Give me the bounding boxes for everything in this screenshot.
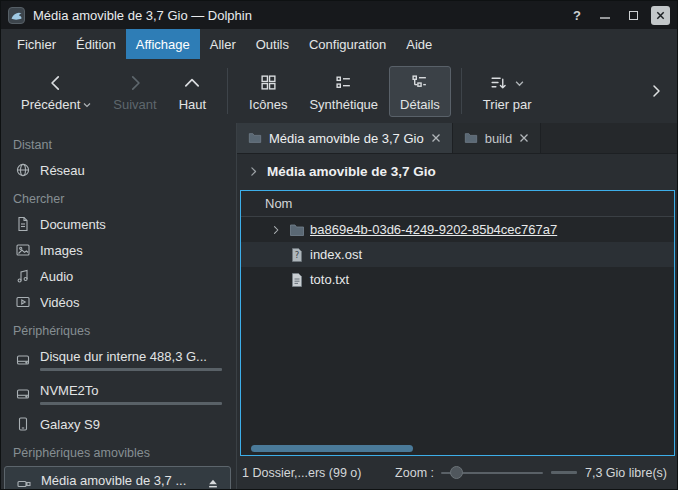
breadcrumb-current[interactable]: Média amovible de 3,7 Gio <box>267 164 436 179</box>
maximize-icon <box>629 11 638 20</box>
places-panel: Distant Réseau Chercher Documents Images <box>1 123 237 489</box>
scrollbar-thumb[interactable] <box>251 445 413 452</box>
smartphone-icon <box>15 416 31 432</box>
harddisk-icon <box>15 386 31 402</box>
close-icon <box>431 133 441 143</box>
sort-icon <box>490 74 507 91</box>
chevron-left-icon <box>47 73 65 93</box>
place-reseau[interactable]: Réseau <box>1 157 236 183</box>
help-button[interactable]: ? <box>567 5 587 25</box>
main-toolbar: Précédent Suivant Haut Icônes <box>1 59 677 123</box>
toolbar-separator <box>227 68 228 114</box>
file-name: toto.txt <box>310 272 349 287</box>
menubar: Fichier Édition Affichage Aller Outils C… <box>1 29 677 59</box>
place-images[interactable]: Images <box>1 237 236 263</box>
window-title: Média amovible de 3,7 Gio — Dolphin <box>33 8 252 23</box>
main-area: Média amovible de 3,7 Gio build <box>237 123 677 489</box>
images-icon <box>15 242 31 258</box>
chevron-right-icon <box>648 83 664 99</box>
tab-media-amovible[interactable]: Média amovible de 3,7 Gio <box>237 123 453 153</box>
column-header-nom[interactable]: Nom <box>241 191 674 217</box>
toolbar-overflow-button[interactable] <box>644 79 668 103</box>
folder-icon <box>464 131 478 145</box>
file-name: ba869e4b-03d6-4249-9202-85b4cec767a7 <box>310 222 557 237</box>
menu-affichage[interactable]: Affichage <box>126 29 200 59</box>
folder-icon <box>248 131 262 145</box>
section-header-peripheriques-amovibles: Périphériques amovibles <box>1 437 236 465</box>
tab-label: build <box>485 131 512 146</box>
horizontal-scrollbar[interactable] <box>246 445 669 452</box>
eject-icon <box>206 477 220 489</box>
place-label: NVME2To <box>40 382 228 399</box>
close-button[interactable] <box>651 6 670 25</box>
menu-aide[interactable]: Aide <box>396 29 442 59</box>
up-button[interactable]: Haut <box>168 66 217 117</box>
icons-view-button[interactable]: Icônes <box>238 66 298 117</box>
compact-view-icon <box>335 73 352 93</box>
back-button[interactable]: Précédent <box>10 66 102 117</box>
breadcrumb[interactable]: Média amovible de 3,7 Gio <box>237 154 677 189</box>
tab-close-button[interactable] <box>519 133 529 143</box>
place-disque-dur-interne[interactable]: Disque dur interne 488,3 G... <box>1 343 236 377</box>
free-space-label: 7,3 Gio libre(s) <box>585 466 667 480</box>
menu-aller[interactable]: Aller <box>200 29 246 59</box>
eject-button[interactable] <box>204 475 222 489</box>
menu-configuration[interactable]: Configuration <box>299 29 396 59</box>
close-icon <box>519 133 529 143</box>
videos-icon <box>15 294 31 310</box>
menu-edition[interactable]: Édition <box>66 29 126 59</box>
documents-icon <box>15 216 31 232</box>
dolphin-app-icon <box>8 7 25 24</box>
compact-view-button[interactable]: Synthétique <box>298 66 389 117</box>
place-label: Documents <box>40 216 228 233</box>
text-file-icon <box>289 272 305 288</box>
place-label: Vidéos <box>40 294 228 311</box>
file-row[interactable]: ba869e4b-03d6-4249-9202-85b4cec767a7 <box>241 217 674 242</box>
zoom-control: Zoom : <box>395 464 543 482</box>
details-view-button[interactable]: Détails <box>389 66 451 117</box>
place-nvme2to[interactable]: NVME2To <box>1 377 236 411</box>
place-label: Images <box>40 242 228 259</box>
place-videos[interactable]: Vidéos <box>1 289 236 315</box>
place-documents[interactable]: Documents <box>1 211 236 237</box>
unknown-file-icon: ? <box>289 247 305 263</box>
maximize-button[interactable] <box>623 5 643 25</box>
place-media-amovible[interactable]: Média amovible de 3,7 ... <box>4 466 231 489</box>
place-label: Disque dur interne 488,3 G... <box>40 348 228 365</box>
forward-button[interactable]: Suivant <box>102 66 167 117</box>
menu-outils[interactable]: Outils <box>246 29 299 59</box>
titlebar[interactable]: Média amovible de 3,7 Gio — Dolphin ? <box>1 1 677 29</box>
file-row[interactable]: toto.txt <box>241 267 674 292</box>
sort-by-label: Trier par <box>483 97 532 112</box>
sort-by-button[interactable]: Trier par <box>472 66 543 117</box>
tab-build[interactable]: build <box>453 123 541 153</box>
zoom-slider[interactable] <box>441 464 543 482</box>
items-summary: 1 Dossier,...ers (99 o) <box>242 466 362 480</box>
svg-text:?: ? <box>295 250 300 260</box>
status-bar: 1 Dossier,...ers (99 o) Zoom : 7,3 Gio l… <box>237 456 677 489</box>
menu-fichier[interactable]: Fichier <box>7 29 66 59</box>
place-label: Galaxy S9 <box>40 416 228 433</box>
icons-view-label: Icônes <box>249 97 287 112</box>
chevron-down-icon <box>515 80 524 87</box>
window-body: Distant Réseau Chercher Documents Images <box>1 123 677 489</box>
place-galaxy-s9[interactable]: Galaxy S9 <box>1 411 236 437</box>
folder-icon <box>289 222 305 238</box>
tab-close-button[interactable] <box>431 133 441 143</box>
place-audio[interactable]: Audio <box>1 263 236 289</box>
dolphin-window: Média amovible de 3,7 Gio — Dolphin ? Fi… <box>0 0 678 490</box>
chevron-right-icon <box>247 165 260 178</box>
network-icon <box>15 162 31 178</box>
minimize-button[interactable] <box>595 5 615 25</box>
chevron-up-icon <box>183 73 201 93</box>
up-label: Haut <box>179 97 206 112</box>
details-view-icon <box>411 73 428 93</box>
file-view[interactable]: Nom ba869e4b-03d6-4249-9202-85b4cec767a7… <box>240 190 675 456</box>
back-label: Précédent <box>21 97 80 112</box>
expand-arrow-icon[interactable] <box>267 224 284 236</box>
usage-bar <box>40 368 222 371</box>
slider-handle[interactable] <box>450 466 463 479</box>
section-header-distant: Distant <box>1 129 236 157</box>
file-row[interactable]: ? index.ost <box>241 242 674 267</box>
section-header-peripheriques: Périphériques <box>1 315 236 343</box>
